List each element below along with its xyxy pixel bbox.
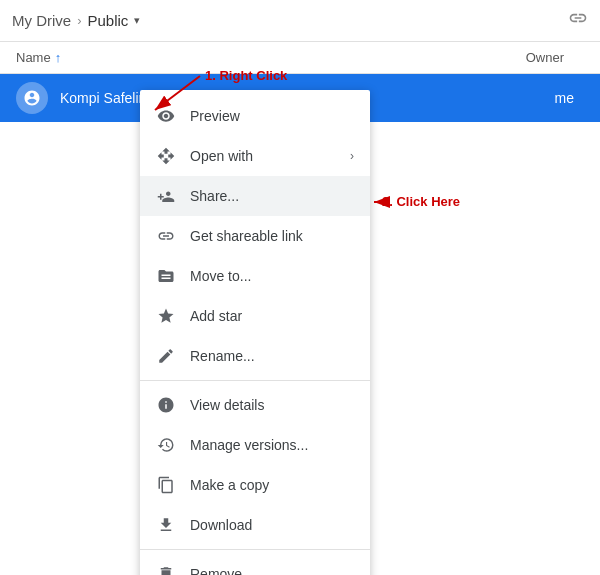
copy-icon [156,475,176,495]
menu-item-preview-label: Preview [190,108,354,124]
menu-item-remove-label: Remove [190,566,354,575]
menu-item-move-to-label: Move to... [190,268,354,284]
owner-column-header: Owner [526,50,584,65]
share-icon [156,186,176,206]
column-header-row: Name ↑ Owner [0,42,600,74]
menu-item-manage-versions-label: Manage versions... [190,437,354,453]
menu-item-view-details[interactable]: View details [140,385,370,425]
menu-item-add-star-label: Add star [190,308,354,324]
chevron-down-icon[interactable]: ▾ [134,14,140,27]
menu-item-preview[interactable]: Preview [140,96,370,136]
menu-item-rename-label: Rename... [190,348,354,364]
menu-item-download[interactable]: Download [140,505,370,545]
move-icon [156,266,176,286]
trash-icon [156,564,176,575]
open-with-icon [156,146,176,166]
svg-text:2. Click Here: 2. Click Here [382,194,460,209]
menu-item-download-label: Download [190,517,354,533]
header: My Drive › Public ▾ [0,0,600,42]
versions-icon [156,435,176,455]
menu-item-share[interactable]: Share... [140,176,370,216]
menu-item-get-link[interactable]: Get shareable link [140,216,370,256]
menu-item-open-with[interactable]: Open with› [140,136,370,176]
menu-item-share-label: Share... [190,188,354,204]
shareable-link-icon[interactable] [568,8,588,33]
breadcrumb: My Drive › Public ▾ [12,12,140,29]
sort-icon: ↑ [55,50,62,65]
download-icon [156,515,176,535]
file-avatar [16,82,48,114]
menu-item-manage-versions[interactable]: Manage versions... [140,425,370,465]
menu-divider [140,549,370,550]
link-icon [156,226,176,246]
submenu-arrow-icon: › [350,149,354,163]
rename-icon [156,346,176,366]
menu-item-view-details-label: View details [190,397,354,413]
menu-item-make-copy[interactable]: Make a copy [140,465,370,505]
breadcrumb-my-drive[interactable]: My Drive [12,12,71,29]
menu-item-get-link-label: Get shareable link [190,228,354,244]
file-owner: me [555,90,584,106]
menu-item-remove[interactable]: Remove [140,554,370,575]
eye-icon [156,106,176,126]
menu-item-rename[interactable]: Rename... [140,336,370,376]
menu-item-make-copy-label: Make a copy [190,477,354,493]
breadcrumb-public[interactable]: Public [88,12,129,29]
menu-item-add-star[interactable]: Add star [140,296,370,336]
info-icon [156,395,176,415]
star-icon [156,306,176,326]
menu-divider [140,380,370,381]
name-column-header[interactable]: Name ↑ [16,50,61,65]
menu-item-move-to[interactable]: Move to... [140,256,370,296]
menu-item-open-with-label: Open with [190,148,336,164]
context-menu: PreviewOpen with›Share...Get shareable l… [140,90,370,575]
breadcrumb-separator: › [77,13,81,28]
